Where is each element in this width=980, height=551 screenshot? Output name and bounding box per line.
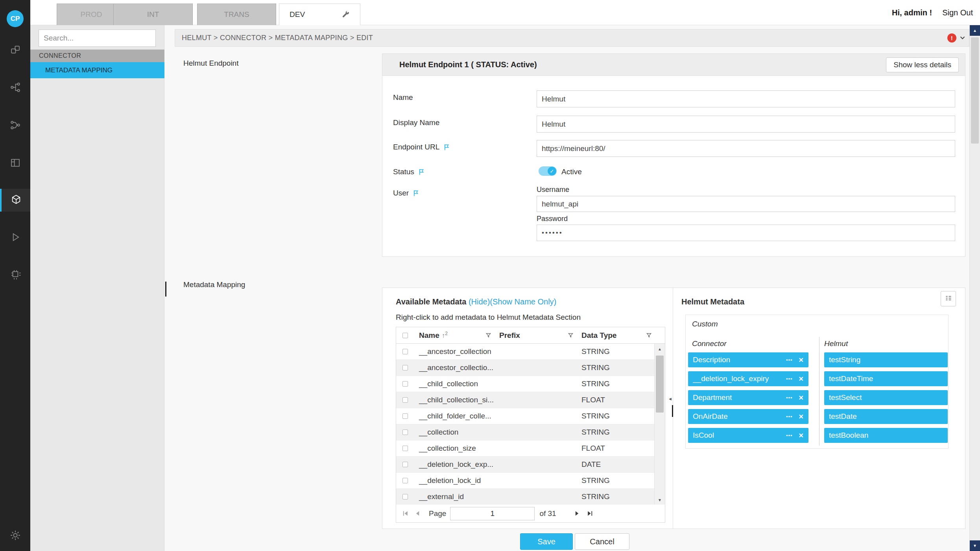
sign-out-link[interactable]: Sign Out: [942, 8, 973, 17]
helmut-chip[interactable]: testString: [824, 352, 948, 367]
sidebar-item-run[interactable]: [0, 227, 30, 249]
row-checkbox[interactable]: [402, 397, 408, 403]
table-row[interactable]: __collection_size FLOAT: [396, 440, 655, 457]
remove-icon[interactable]: ✕: [799, 394, 804, 402]
flag-icon[interactable]: [443, 144, 450, 151]
sidebar-item-pipeline[interactable]: [0, 114, 30, 137]
previous-page-button[interactable]: [414, 510, 421, 517]
username-input[interactable]: [537, 196, 955, 212]
connector-chip[interactable]: OnAirDate ••• ✕: [688, 409, 808, 424]
table-row[interactable]: __ancestor_collectio... STRING: [396, 360, 655, 376]
search-input[interactable]: [39, 29, 156, 47]
grid-scrollbar-thumb[interactable]: [656, 356, 664, 413]
connector-chip[interactable]: IsCool ••• ✕: [688, 428, 808, 443]
remove-icon[interactable]: ✕: [799, 356, 804, 364]
row-checkbox[interactable]: [402, 494, 408, 499]
tab-int[interactable]: INT: [113, 4, 193, 25]
sidebar-item-packages[interactable]: [0, 39, 30, 62]
remove-icon[interactable]: ✕: [799, 375, 804, 383]
row-checkbox[interactable]: [402, 429, 408, 435]
name-input[interactable]: [537, 90, 955, 107]
mapping-options-button[interactable]: [941, 291, 956, 306]
nav-item-metadata-mapping[interactable]: METADATA MAPPING: [30, 62, 164, 78]
more-options-icon[interactable]: •••: [786, 357, 793, 363]
next-page-button[interactable]: [574, 510, 580, 517]
show-name-only-link[interactable]: (Show Name Only): [490, 297, 556, 306]
connector-chip[interactable]: __deletion_lock_expiry ••• ✕: [688, 371, 808, 386]
helmut-chip[interactable]: testSelect: [824, 390, 948, 405]
column-header-data-type[interactable]: Data Type: [577, 331, 655, 340]
more-options-icon[interactable]: •••: [786, 376, 793, 382]
sort-asc-icon: ↑2: [442, 331, 448, 340]
page-count-label: of 31: [539, 509, 556, 518]
row-checkbox[interactable]: [402, 478, 408, 483]
sidebar-item-workflow[interactable]: [0, 77, 30, 100]
error-badge-icon[interactable]: !: [947, 33, 956, 42]
filter-icon[interactable]: [485, 332, 491, 338]
page-scrollbar-thumb[interactable]: [971, 37, 979, 144]
helmut-chip[interactable]: testBoolean: [824, 428, 948, 443]
chevron-down-icon[interactable]: [960, 36, 965, 40]
sidebar-item-dashboard[interactable]: [0, 152, 30, 175]
table-row[interactable]: __deletion_lock_id STRING: [396, 473, 655, 489]
row-checkbox[interactable]: [402, 413, 408, 419]
page-number-input[interactable]: [450, 507, 535, 520]
select-all-checkbox[interactable]: [402, 333, 408, 338]
table-row[interactable]: __child_collection STRING: [396, 376, 655, 392]
table-row[interactable]: __ancestor_collection STRING: [396, 344, 655, 360]
more-options-icon[interactable]: •••: [786, 433, 793, 439]
save-button[interactable]: Save: [520, 533, 573, 550]
more-options-icon[interactable]: •••: [786, 414, 793, 420]
row-checkbox[interactable]: [402, 462, 408, 467]
scroll-up-icon[interactable]: ▲: [655, 344, 665, 354]
scroll-up-icon[interactable]: ▲: [970, 25, 980, 36]
column-header-prefix[interactable]: Prefix: [495, 331, 577, 340]
grid-scrollbar[interactable]: ▲ ▼: [654, 344, 665, 505]
column-header-name[interactable]: Name ↑2: [414, 331, 495, 340]
filter-icon[interactable]: [568, 332, 574, 338]
divider-grip[interactable]: [672, 405, 673, 417]
sidebar-item-connector[interactable]: [0, 189, 30, 212]
page-scrollbar[interactable]: ▲ ▼: [969, 25, 980, 551]
filter-icon[interactable]: [646, 332, 652, 338]
flag-icon[interactable]: [412, 190, 420, 197]
cp-logo[interactable]: CP: [7, 10, 24, 27]
display-name-input[interactable]: [537, 116, 955, 133]
show-less-details-button[interactable]: Show less details: [886, 57, 959, 72]
scroll-down-icon[interactable]: ▼: [655, 495, 665, 505]
table-row[interactable]: __child_folder_colle... STRING: [396, 408, 655, 424]
row-checkbox[interactable]: [402, 381, 408, 387]
table-row[interactable]: __deletion_lock_exp... DATE: [396, 457, 655, 473]
tab-trans[interactable]: TRANS: [197, 4, 276, 25]
connector-chip[interactable]: Department ••• ✕: [688, 390, 808, 405]
scroll-down-icon[interactable]: ▼: [970, 540, 980, 551]
remove-icon[interactable]: ✕: [799, 413, 804, 420]
first-page-button[interactable]: [402, 510, 409, 517]
remove-icon[interactable]: ✕: [799, 432, 804, 439]
last-page-button[interactable]: [587, 510, 593, 517]
status-toggle[interactable]: ✓: [539, 166, 557, 176]
password-input[interactable]: [537, 225, 955, 241]
flag-icon[interactable]: [418, 168, 425, 176]
helmut-chip[interactable]: testDate: [824, 409, 948, 424]
more-options-icon[interactable]: •••: [786, 395, 793, 401]
table-row[interactable]: __collection STRING: [396, 424, 655, 440]
row-checkbox[interactable]: [402, 349, 408, 354]
sidebar-item-chip[interactable]: [0, 264, 30, 286]
table-row[interactable]: __child_collection_si... FLOAT: [396, 392, 655, 408]
row-checkbox[interactable]: [402, 446, 408, 451]
collapse-panel-icon[interactable]: ◄: [668, 396, 672, 401]
helmut-chip-label: testDateTime: [829, 374, 943, 383]
connector-chip[interactable]: Description ••• ✕: [688, 352, 808, 367]
table-row[interactable]: __external_id STRING: [396, 489, 655, 505]
helmut-chip[interactable]: testDateTime: [824, 371, 948, 386]
wrench-icon[interactable]: [341, 10, 350, 19]
tab-dev[interactable]: DEV: [279, 4, 360, 25]
row-checkbox[interactable]: [402, 365, 408, 370]
cancel-button[interactable]: Cancel: [575, 533, 629, 550]
sidebar-item-settings[interactable]: [0, 525, 30, 547]
panel-resize-handle[interactable]: [165, 282, 166, 297]
endpoint-url-input[interactable]: [537, 140, 955, 157]
nav-section-connector[interactable]: CONNECTOR: [30, 50, 164, 62]
hide-link[interactable]: (Hide): [469, 297, 490, 306]
